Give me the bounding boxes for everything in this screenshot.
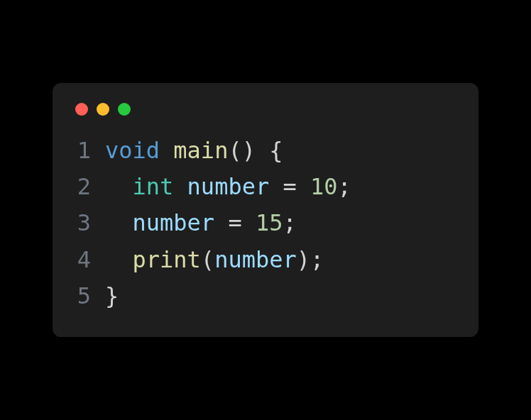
code-line: 1 void main() { bbox=[75, 133, 456, 169]
token-space bbox=[297, 173, 310, 200]
token-type: int bbox=[133, 173, 174, 200]
code-content: } bbox=[105, 278, 456, 314]
token-semicolon: ; bbox=[338, 173, 351, 200]
token-semicolon: ; bbox=[310, 246, 324, 273]
token-brace: { bbox=[269, 137, 283, 164]
line-number: 1 bbox=[75, 133, 105, 169]
token-space bbox=[173, 173, 187, 200]
token-parens: () bbox=[228, 137, 256, 164]
token-semicolon: ; bbox=[283, 209, 296, 236]
token-paren: ( bbox=[201, 246, 214, 273]
token-operator: = bbox=[228, 209, 241, 236]
code-line: 5 } bbox=[75, 278, 456, 314]
traffic-lights bbox=[75, 103, 456, 116]
code-line: 4 print(number); bbox=[75, 242, 456, 278]
token-space bbox=[160, 137, 173, 164]
token-variable: number bbox=[187, 173, 270, 200]
token-number: 10 bbox=[310, 173, 338, 200]
token-operator: = bbox=[283, 173, 296, 200]
line-number: 5 bbox=[75, 278, 105, 314]
token-space bbox=[242, 209, 256, 236]
code-content: void main() { bbox=[105, 133, 456, 169]
maximize-button[interactable] bbox=[118, 103, 131, 116]
code-content: print(number); bbox=[105, 242, 456, 278]
token-brace: } bbox=[105, 282, 119, 309]
token-function: main bbox=[173, 137, 228, 164]
line-number: 2 bbox=[75, 169, 105, 205]
close-button[interactable] bbox=[75, 103, 88, 116]
token-indent bbox=[105, 173, 133, 200]
token-variable: number bbox=[133, 209, 215, 236]
editor-window: 1 void main() { 2 int number = 10; 3 num… bbox=[53, 83, 478, 337]
code-area[interactable]: 1 void main() { 2 int number = 10; 3 num… bbox=[75, 133, 456, 314]
minimize-button[interactable] bbox=[97, 103, 109, 116]
token-space bbox=[256, 137, 269, 164]
token-paren: ) bbox=[297, 246, 310, 273]
token-space bbox=[214, 209, 228, 236]
code-line: 3 number = 15; bbox=[75, 205, 456, 241]
line-number: 4 bbox=[75, 242, 105, 278]
token-space bbox=[269, 173, 283, 200]
token-indent bbox=[105, 246, 133, 273]
code-line: 2 int number = 10; bbox=[75, 169, 456, 205]
token-function: print bbox=[133, 246, 201, 273]
token-number: 15 bbox=[256, 209, 283, 236]
token-variable: number bbox=[214, 246, 297, 273]
code-content: int number = 10; bbox=[105, 169, 456, 205]
line-number: 3 bbox=[75, 205, 105, 241]
token-indent bbox=[105, 209, 133, 236]
code-content: number = 15; bbox=[105, 205, 456, 241]
token-keyword: void bbox=[105, 137, 160, 164]
